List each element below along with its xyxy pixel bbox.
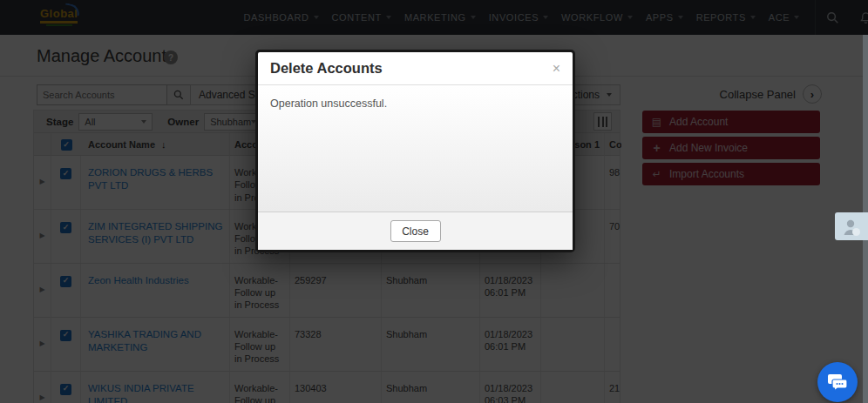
chat-icon (827, 373, 848, 392)
modal-footer: Close (258, 212, 573, 250)
chat-button[interactable] (817, 362, 858, 402)
app-window: Global DASHBOARDCONTENTMARKETINGINVOICES… (0, 0, 868, 403)
modal-title: Delete Accounts (270, 60, 383, 77)
close-button[interactable]: Close (390, 220, 441, 242)
avatar-icon (840, 216, 863, 237)
close-icon[interactable]: × (553, 62, 560, 76)
modal-message: Operation unsuccessful. (258, 85, 573, 212)
delete-accounts-modal: Delete Accounts × Operation unsuccessful… (255, 50, 575, 252)
modal-header: Delete Accounts × (258, 52, 573, 85)
profile-tab-widget[interactable] (835, 212, 868, 240)
